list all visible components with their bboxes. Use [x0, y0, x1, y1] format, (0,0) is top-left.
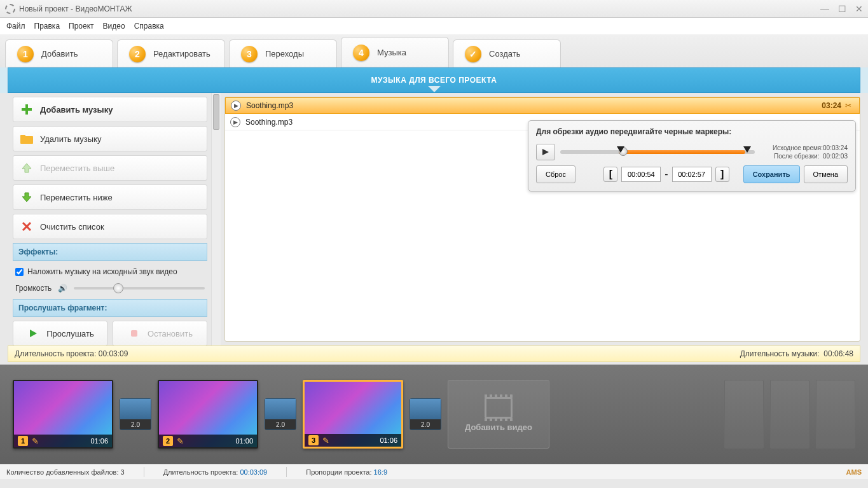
clip-duration: 01:00: [235, 437, 253, 445]
preview-header: Прослушать фрагмент:: [13, 299, 207, 317]
timeline-transition[interactable]: 2.0: [265, 398, 296, 430]
trim-play-button[interactable]: [536, 144, 555, 160]
clip-duration: 01:06: [380, 436, 397, 444]
vendor-logo: AMS: [846, 468, 862, 476]
timeline-clip[interactable]: 1✎01:06: [13, 380, 113, 449]
bracket-left-icon[interactable]: [: [603, 167, 617, 182]
bracket-right-icon[interactable]: ]: [715, 167, 729, 182]
tab-music[interactable]: 4 Музыка: [341, 37, 449, 67]
pencil-icon: ✎: [32, 436, 39, 446]
music-duration-label: Длительность музыки:: [740, 349, 820, 358]
step-badge: 2: [129, 46, 146, 62]
play-preview-button[interactable]: Прослушать: [13, 321, 107, 345]
add-video-label: Добавить видео: [465, 422, 532, 432]
clear-list-button[interactable]: Очистить список: [13, 214, 207, 239]
volume-slider[interactable]: [74, 287, 205, 289]
project-duration-label: Длительность проекта:: [15, 349, 96, 358]
title-bar: Новый проект - ВидеоМОНТАЖ — ☐ ✕: [0, 0, 868, 18]
scissors-icon[interactable]: ✂: [845, 101, 854, 110]
trim-meta: Исходное время:00:03:24 После обрезки: 0…: [760, 144, 848, 160]
tab-transitions[interactable]: 3 Переходы: [229, 39, 337, 67]
film-icon: [485, 397, 513, 419]
timeline-placeholder: [816, 380, 855, 449]
remove-music-button[interactable]: Удалить музыку: [13, 126, 207, 151]
trim-reset-button[interactable]: Сброс: [536, 165, 575, 183]
folder-icon: [20, 132, 34, 146]
arrow-down-icon: [20, 190, 34, 204]
tab-add[interactable]: 1 Добавить: [5, 39, 113, 67]
track-duration: 03:24: [822, 101, 841, 110]
stop-preview-button[interactable]: Остановить: [113, 321, 207, 345]
project-duration-value: 00:03:09: [99, 349, 128, 358]
timeline: 1✎01:06 2.0 2✎01:00 2.0 3✎01:06 2.0 Доба…: [0, 365, 868, 464]
trim-cancel-button[interactable]: Отмена: [804, 165, 848, 183]
minimize-button[interactable]: —: [820, 4, 829, 14]
speaker-icon: 🔊: [58, 284, 67, 293]
add-music-button[interactable]: Добавить музыку: [13, 97, 207, 122]
tab-label: Редактировать: [153, 49, 210, 59]
tab-edit[interactable]: 2 Редактировать: [117, 39, 225, 67]
tab-create[interactable]: Создать: [453, 39, 561, 67]
menu-file[interactable]: Файл: [6, 22, 25, 31]
menu-bar: Файл Правка Проект Видео Справка: [0, 18, 868, 34]
button-label: Остановить: [148, 329, 193, 338]
svg-rect-9: [131, 330, 137, 337]
menu-help[interactable]: Справка: [134, 22, 164, 31]
add-video-button[interactable]: Добавить видео: [448, 380, 549, 449]
overlay-label: Наложить музыку на исходный звук видео: [27, 267, 177, 276]
svg-marker-4: [22, 164, 31, 172]
timeline-transition[interactable]: 2.0: [120, 398, 151, 430]
svg-marker-5: [22, 193, 31, 202]
trim-save-button[interactable]: Сохранить: [743, 165, 800, 183]
trim-to-input[interactable]: [672, 167, 712, 182]
move-down-button[interactable]: Переместить ниже: [13, 185, 207, 210]
button-label: Прослушать: [46, 329, 94, 338]
button-label: Очистить список: [40, 222, 104, 232]
play-track-icon[interactable]: ▶: [231, 101, 241, 111]
trim-range-slider[interactable]: [560, 150, 755, 154]
maximize-button[interactable]: ☐: [838, 4, 846, 14]
plus-icon: [20, 102, 34, 116]
timeline-transition[interactable]: 2.0: [410, 398, 441, 430]
sidebar-scrollbar[interactable]: [211, 93, 221, 345]
window-title: Новый проект - ВидеоМОНТАЖ: [19, 4, 132, 13]
move-up-button[interactable]: Переместить выше: [13, 155, 207, 181]
volume-label: Громкость: [15, 284, 52, 293]
trim-hint: Для обрезки аудио передвигайте черные ма…: [536, 127, 848, 136]
close-button[interactable]: ✕: [855, 4, 863, 14]
button-label: Добавить музыку: [40, 105, 113, 115]
menu-video[interactable]: Видео: [103, 22, 125, 31]
status-footer: Количество добавленных файлов: 3 Длитель…: [0, 464, 868, 479]
effects-header: Эффекты:: [13, 243, 207, 261]
play-track-icon[interactable]: ▶: [230, 117, 240, 127]
menu-project[interactable]: Проект: [69, 22, 94, 31]
overlay-checkbox-row: Наложить музыку на исходный звук видео: [13, 265, 207, 281]
timeline-placeholder: [724, 380, 764, 449]
button-label: Переместить выше: [40, 164, 114, 173]
step-badge: 1: [17, 46, 34, 62]
trim-from-input[interactable]: [621, 167, 661, 182]
app-icon: [5, 4, 15, 14]
overlay-checkbox[interactable]: [15, 268, 24, 276]
step-badge: 3: [241, 46, 258, 62]
svg-rect-3: [20, 135, 25, 137]
pencil-icon: ✎: [322, 436, 329, 445]
timeline-clip[interactable]: 2✎01:00: [158, 380, 258, 449]
button-label: Переместить ниже: [40, 193, 113, 202]
tab-label: Создать: [489, 49, 520, 59]
pencil-icon: ✎: [177, 436, 184, 446]
music-duration-value: 00:06:48: [823, 349, 853, 358]
timeline-clip[interactable]: 3✎01:06: [303, 380, 403, 449]
tab-label: Добавить: [41, 49, 78, 59]
trim-marker-end[interactable]: [743, 146, 751, 153]
check-badge: [465, 46, 481, 62]
svg-marker-10: [542, 149, 549, 155]
tab-label: Переходы: [265, 49, 304, 59]
clip-duration: 01:06: [90, 437, 108, 445]
menu-edit[interactable]: Правка: [34, 22, 60, 31]
volume-row: Громкость 🔊: [13, 281, 207, 299]
trim-popup: Для обрезки аудио передвигайте черные ма…: [528, 120, 856, 192]
trim-marker-start[interactable]: [617, 146, 624, 153]
track-name: Soothing.mp3: [246, 101, 822, 110]
track-row[interactable]: ▶ Soothing.mp3 03:24 ✂: [225, 97, 860, 114]
